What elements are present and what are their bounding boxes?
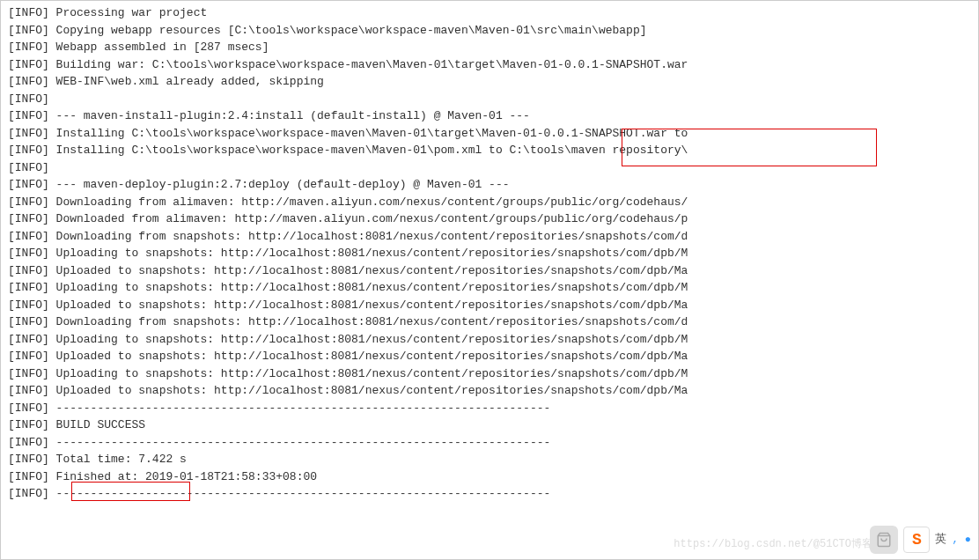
log-tag: [INFO] [8,195,49,209]
log-tag: [INFO] [8,470,49,483]
log-line: [INFO] [8,91,971,108]
log-tag: [INFO] [8,92,49,106]
log-line: [INFO] Total time: 7.422 s [8,451,971,468]
log-tag: [INFO] [8,230,49,243]
log-message: Processing war project [49,6,207,19]
log-line: [INFO] --- maven-install-plugin:2.4:inst… [8,107,971,125]
log-tag: [INFO] [8,212,49,225]
log-line: [INFO] Downloading from snapshots: http:… [8,313,971,331]
log-tag: [INFO] [8,178,49,191]
log-tag: [INFO] [8,144,49,157]
log-line: [INFO] ---------------------------------… [8,434,971,452]
log-message: ----------------------------------------… [49,436,551,449]
ime-icon[interactable]: S [903,527,930,553]
log-line: [INFO] Uploaded to snapshots: http://loc… [8,297,971,314]
ime-dots-icon: , ● [952,532,971,548]
log-line: [INFO] Uploading to snapshots: http://lo… [8,245,971,262]
log-tag: [INFO] [8,333,49,346]
log-tag: [INFO] [8,350,49,363]
log-tag: [INFO] [8,24,49,37]
log-line: [INFO] Downloading from alimaven: http:/… [8,194,971,211]
log-tag: [INFO] [8,487,49,500]
log-tag: [INFO] [8,453,49,466]
log-message: Webapp assembled in [287 msecs] [49,41,269,54]
log-tag: [INFO] [8,127,49,140]
log-line: [INFO] ---------------------------------… [8,485,971,503]
watermark-text: https://blog.csdn.net/@51CTO博客 [674,536,872,552]
log-line: [INFO] ---------------------------------… [8,400,971,417]
log-message: Copying webapp resources [C:\tools\works… [49,24,647,37]
log-message: ----------------------------------------… [49,487,551,500]
log-tag: [INFO] [8,384,49,397]
log-message: Installing C:\tools\workspace\workspace-… [49,144,688,157]
log-tag: [INFO] [8,281,49,294]
log-tag: [INFO] [8,402,49,415]
log-message: Downloading from alimaven: http://maven.… [49,195,688,209]
log-message: Uploading to snapshots: http://localhost… [49,333,688,346]
log-tag: [INFO] [8,161,49,174]
log-message: Downloading from snapshots: http://local… [49,230,688,243]
log-tag: [INFO] [8,418,49,431]
log-message: BUILD SUCCESS [49,418,145,431]
ime-language-label[interactable]: 英 [935,531,946,549]
log-line: [INFO] Uploaded to snapshots: http://loc… [8,382,971,400]
bottom-icon-bar: S 英 , ● [870,526,971,554]
log-message: Uploaded to snapshots: http://localhost:… [49,298,688,312]
log-tag: [INFO] [8,41,49,54]
log-tag: [INFO] [8,58,49,71]
log-tag: [INFO] [8,315,49,328]
log-message: Uploading to snapshots: http://localhost… [49,281,688,294]
log-line: [INFO] Downloading from snapshots: http:… [8,228,971,246]
log-line: [INFO] Processing war project [8,4,971,22]
log-line: [INFO] Webapp assembled in [287 msecs] [8,39,971,56]
log-message: Uploading to snapshots: http://localhost… [49,247,688,260]
log-line: [INFO] Building war: C:\tools\workspace\… [8,56,971,74]
log-tag: [INFO] [8,75,49,88]
log-message: Downloaded from alimaven: http://maven.a… [49,212,688,225]
shopping-bag-icon[interactable] [870,526,898,554]
log-message: Uploading to snapshots: http://localhost… [49,367,688,380]
log-line: [INFO] Downloaded from alimaven: http://… [8,210,971,228]
log-tag: [INFO] [8,436,49,449]
log-tag: [INFO] [8,298,49,312]
log-message: Finished at: 2019-01-18T21:58:33+08:00 [49,470,317,483]
log-line: [INFO] --- maven-deploy-plugin:2.7:deplo… [8,176,971,194]
log-message: --- maven-install-plugin:2.4:install (de… [49,109,530,122]
log-line: [INFO] Uploading to snapshots: http://lo… [8,331,971,349]
log-line: [INFO] Uploaded to snapshots: http://loc… [8,262,971,280]
log-line: [INFO] Uploaded to snapshots: http://loc… [8,348,971,365]
log-line: [INFO] Installing C:\tools\workspace\wor… [8,125,971,143]
log-tag: [INFO] [8,109,49,122]
log-message: WEB-INF\web.xml already added, skipping [49,75,324,88]
log-message: --- maven-deploy-plugin:2.7:deploy (defa… [49,178,510,191]
log-message: Downloading from snapshots: http://local… [49,315,688,328]
log-message: Uploaded to snapshots: http://localhost:… [49,264,688,277]
console-log: [INFO] Processing war project[INFO] Copy… [8,4,971,503]
log-message: Building war: C:\tools\workspace\workspa… [49,58,688,71]
log-line: [INFO] [8,159,971,177]
log-line: [INFO] Uploading to snapshots: http://lo… [8,365,971,383]
log-message: Uploaded to snapshots: http://localhost:… [49,350,688,363]
log-message: ----------------------------------------… [49,402,551,415]
log-tag: [INFO] [8,6,49,19]
log-message: Total time: 7.422 s [49,453,187,466]
log-tag: [INFO] [8,264,49,277]
log-line: [INFO] Installing C:\tools\workspace\wor… [8,142,971,159]
log-line: [INFO] Uploading to snapshots: http://lo… [8,279,971,297]
log-line: [INFO] Finished at: 2019-01-18T21:58:33+… [8,468,971,486]
log-line: [INFO] BUILD SUCCESS [8,416,971,434]
log-line: [INFO] WEB-INF\web.xml already added, sk… [8,73,971,91]
log-tag: [INFO] [8,247,49,260]
log-message: Installing C:\tools\workspace\workspace-… [49,127,688,140]
log-message: Uploaded to snapshots: http://localhost:… [49,384,688,397]
log-tag: [INFO] [8,367,49,380]
log-line: [INFO] Copying webapp resources [C:\tool… [8,22,971,40]
